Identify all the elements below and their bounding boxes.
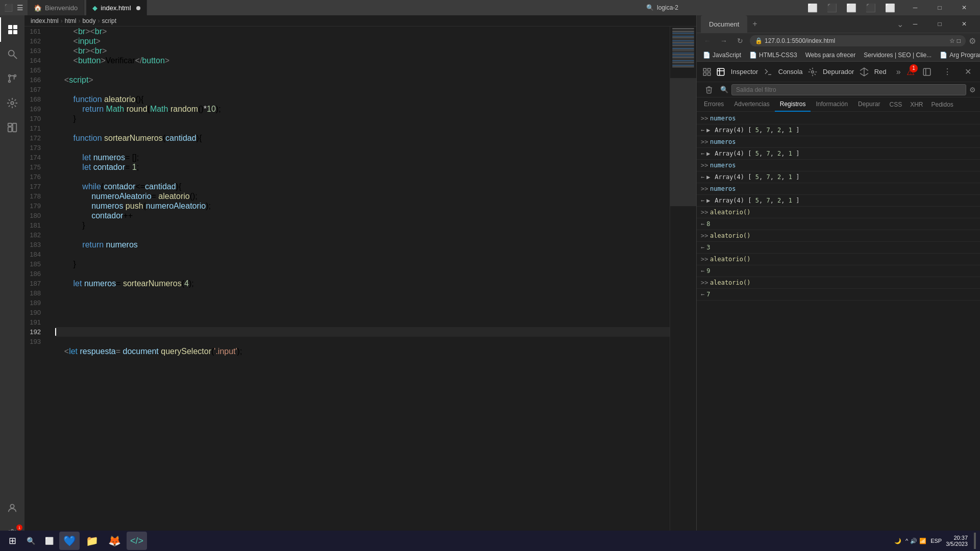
console-extra-tabs[interactable]: CSS [885,101,906,108]
level-informacion[interactable]: Información [811,97,853,112]
ln-175: 175 [24,162,46,172]
taskbar-files[interactable]: 📁 [82,532,102,550]
dt-refresh-button[interactable]: ↻ [733,34,747,47]
dt-more-options[interactable]: ⋮ [939,64,955,80]
task-view[interactable]: ⬜ [41,533,57,549]
dt-debugger-icon[interactable] [806,64,818,80]
dt-network-label: Red [872,68,889,76]
code-line-191 [55,317,670,327]
dt-trash-icon[interactable] [701,82,717,98]
terminal-icon: </> [130,536,143,546]
expand-3[interactable]: ▶ [706,172,713,182]
ln-161: 161 [24,27,46,36]
console-filter-input[interactable] [731,84,966,95]
expand-1[interactable]: ▶ [706,126,713,135]
code-line-190 [55,308,670,317]
tray-network-icon: 📶 [919,538,926,544]
dt-dropdown-button[interactable]: ⌄ [897,19,903,29]
ln-168: 168 [24,94,46,104]
breadcrumb-html[interactable]: html [65,17,77,24]
taskbar-vscode[interactable]: 💙 [59,532,80,550]
code-line-176 [55,172,670,182]
code-line-175: let contador= 1; [55,162,670,172]
dt-star-icon[interactable]: ☆ [949,37,955,44]
activity-debug[interactable] [0,91,24,115]
console-output[interactable]: >> numeros ← ▶ Array(4) [ 5, 7, 2, 1 ] >… [697,112,980,537]
start-button[interactable]: ⊞ [4,533,20,549]
dt-close-tools[interactable]: ✕ [960,64,976,80]
dt-url-bar[interactable]: 🔒 127.0.0.1:5500/index.html ☆ □ [750,35,966,46]
svg-rect-2 [8,30,12,34]
tray-show-desktop[interactable] [974,533,976,549]
settings-badge: 1 [16,524,22,531]
console-xhr-tab[interactable]: XHR [906,101,927,108]
taskbar-terminal[interactable]: </> [127,532,147,550]
minimize-button[interactable]: ─ [903,0,927,15]
activity-explorer[interactable] [0,17,24,42]
dt-maximize-button[interactable]: □ [928,16,951,32]
tab-index-html[interactable]: ◆ index.html [86,0,146,17]
code-content[interactable]: <br><br> <input> <br><br> <button>Verifi… [51,27,670,540]
level-advertencias[interactable]: Advertencias [729,97,774,112]
hamburger-menu[interactable]: ☰ [17,4,23,12]
taskbar-firefox[interactable]: 🦊 [104,532,125,550]
dt-more-button[interactable]: » [893,64,904,80]
dt-forward-button[interactable]: → [717,34,730,47]
new-tab-button[interactable]: + [748,19,761,29]
activity-extensions[interactable] [0,115,24,140]
activity-search[interactable] [0,42,24,66]
level-depurar[interactable]: Depurar [853,97,885,112]
code-line-174: let numeros= []; [55,153,670,162]
minimap-viewport[interactable] [670,78,696,207]
layout-icon-5[interactable]: ⬜ [881,3,899,13]
svg-rect-15 [703,68,706,71]
level-errores[interactable]: Errores [699,97,729,112]
tray-speaker-icon: 🔊 [910,538,917,544]
maximize-button[interactable]: □ [928,0,951,15]
activity-git[interactable] [0,66,24,91]
devtools-panel: Document + ⌄ ─ □ ✕ ← → ↻ 🔒 127.0.0.1:550… [696,15,980,551]
breadcrumb-script[interactable]: script [102,17,116,24]
dt-settings-icon[interactable]: ⚙ [969,36,976,46]
breadcrumb-file[interactable]: index.html [31,17,59,24]
bookmark-html5[interactable]: 📄 HTML5-CSS3 [747,51,799,60]
dt-console-icon[interactable] [762,64,774,80]
tab-bienvenido[interactable]: 🏠 Bienvenido [28,0,84,17]
bookmark-servers[interactable]: Servidores | SEO | Clie... [862,51,934,60]
dt-network-icon[interactable] [858,64,870,80]
code-line-164: <button>Verificar</button> [55,56,670,65]
layout-icon-4[interactable]: ⬛ [862,3,880,13]
layout-icon-3[interactable]: ⬜ [842,3,861,13]
devtools-doc-tab[interactable]: Document [701,15,747,33]
layout-icon-1[interactable]: ⬜ [803,3,822,13]
search-taskbar[interactable]: 🔍 [22,533,39,549]
close-button[interactable]: ✕ [952,0,976,15]
dt-screenshot-icon[interactable]: □ [957,37,961,44]
dt-minimize-button[interactable]: ─ [903,16,927,32]
console-row-10: ← 8 [697,218,980,230]
dt-inspector-tab[interactable] [715,64,726,80]
breadcrumb: index.html › html › body › script [24,15,696,27]
expand-2[interactable]: ▶ [706,149,713,158]
bookmark-arg[interactable]: 📄 Arg Programa [938,51,980,60]
svg-rect-0 [8,25,12,29]
dt-sidebar-icon[interactable] [919,64,935,80]
console-pedidos-tab[interactable]: Pedidos [927,101,958,108]
console-row-2: ← ▶ Array(4) [ 5, 7, 2, 1 ] [697,124,980,136]
level-registros[interactable]: Registros [775,97,811,112]
expand-4[interactable]: ▶ [706,196,713,205]
breadcrumb-body[interactable]: body [82,17,95,24]
layout-icon-2[interactable]: ⬛ [823,3,841,13]
bookmark-webs[interactable]: Webs para ofrecer [803,51,858,60]
console-fn-1: aleatorio() [710,208,750,217]
console-settings-icon[interactable]: ⚙ [969,86,976,94]
bookmark-javascript[interactable]: 📄 JavaScript [701,51,743,60]
code-editor-wrapper[interactable]: 161 162 163 164 165 166 167 168 169 170 … [24,27,696,540]
activity-bar: 1 [0,15,24,551]
search-bar[interactable]: 🔍 logica-2 [642,2,795,13]
dt-back-button[interactable]: ← [701,34,714,47]
activity-account[interactable] [0,496,24,520]
dt-close-button[interactable]: ✕ [952,16,976,32]
ln-193: 193 [24,337,46,346]
dt-inspect-element[interactable] [701,64,713,80]
